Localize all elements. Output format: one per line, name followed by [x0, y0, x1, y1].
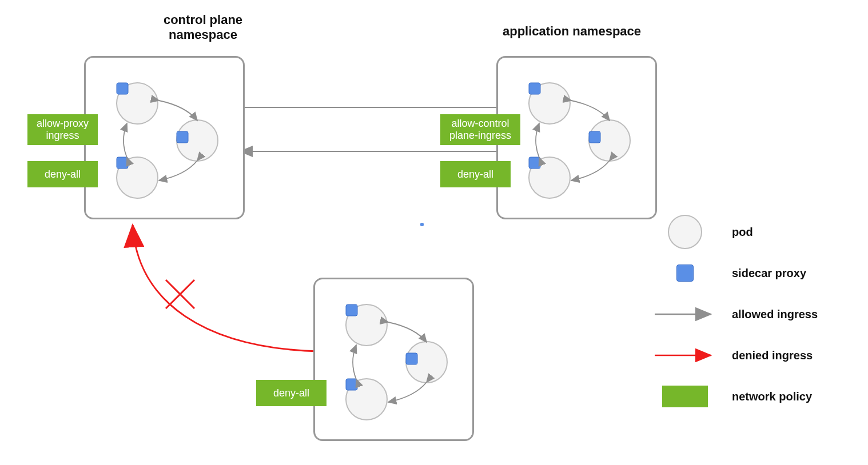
- control-plane-namespace-box: [84, 56, 245, 219]
- svg-rect-11: [529, 83, 540, 94]
- policy-cp-deny-all: deny-all: [27, 161, 98, 187]
- diagram-stage: control plane namespace application name…: [0, 0, 868, 465]
- proxy-icon: [651, 264, 719, 282]
- policy-allow-proxy-ingress: allow-proxy ingress: [27, 114, 98, 145]
- svg-rect-7: [177, 131, 188, 143]
- legend-label-denied: denied ingress: [732, 349, 813, 362]
- policy-app-deny-all: deny-all: [440, 161, 511, 187]
- legend-row-sidecar: sidecar proxy: [651, 252, 851, 294]
- svg-rect-15: [529, 157, 540, 169]
- policy-allow-control-plane-ingress: allow-control plane-ingress: [440, 114, 520, 145]
- rogue-namespace-box: [313, 278, 474, 441]
- svg-rect-9: [117, 157, 128, 169]
- legend: pod sidecar proxy allowed ingress: [651, 211, 851, 417]
- legend-label-allowed: allowed ingress: [732, 308, 818, 321]
- allowed-arrow-icon: [651, 307, 719, 321]
- svg-rect-13: [589, 131, 600, 143]
- legend-label-pod: pod: [732, 226, 753, 239]
- pod-icon: [651, 215, 719, 249]
- legend-row-denied: denied ingress: [651, 335, 851, 376]
- legend-row-policy: network policy: [651, 376, 851, 417]
- control-plane-pods: [86, 58, 243, 218]
- svg-rect-5: [117, 83, 128, 94]
- legend-label-policy: network policy: [732, 390, 812, 403]
- legend-row-pod: pod: [651, 211, 851, 252]
- stray-dot-icon: [420, 223, 424, 226]
- svg-rect-17: [346, 304, 357, 316]
- svg-rect-21: [346, 379, 357, 390]
- policy-rogue-deny-all: deny-all: [256, 380, 327, 406]
- denied-arrow-icon: [651, 348, 719, 362]
- legend-row-allowed: allowed ingress: [651, 294, 851, 335]
- application-namespace-box: [496, 56, 657, 219]
- policy-swatch-icon: [651, 386, 719, 407]
- legend-label-sidecar: sidecar proxy: [732, 267, 806, 280]
- rogue-pods: [315, 279, 472, 439]
- svg-rect-19: [406, 353, 417, 364]
- application-pods: [498, 58, 655, 218]
